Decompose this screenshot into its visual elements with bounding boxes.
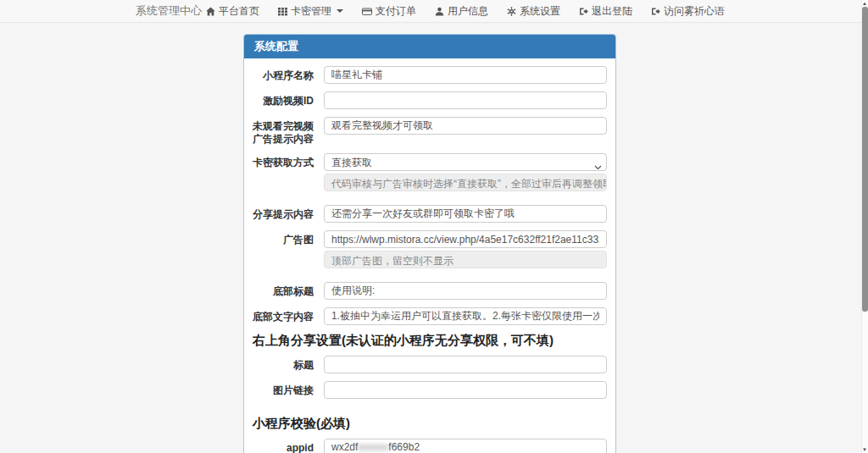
form-row: 分享提示内容 [253,205,607,223]
nav-item-label: 访问雾祈心语 [664,4,725,19]
form-row: 卡密获取方式 直接获取 代码审核与广告审核时选择“直接获取”，全部过审后再调整领… [253,153,607,191]
share-image-input[interactable] [324,381,607,399]
nav-item-label: 支付订单 [376,4,416,19]
appid-value-prefix: wx2df [331,441,358,453]
nav-item-label: 退出登陆 [592,4,632,19]
page-scrollbar[interactable]: ▲ ▼ [861,0,868,453]
scrollbar-thumb[interactable] [862,7,868,312]
card-mode-help-text: 代码审核与广告审核时选择“直接获取”，全部过审后再调整领取方式！ [324,174,607,191]
system-config-form: 小程序名称 激励视频ID 未观看完视频广告提示内容 卡密获取方式 直接获取 代码… [244,58,615,453]
form-row: 激励视频ID [253,91,607,109]
share-tip-input[interactable] [324,205,607,223]
credit-card-icon [362,7,372,16]
form-row: appid wx2dfxxxxxxf669b2 [253,439,607,453]
share-title-input[interactable] [324,356,607,373]
top-navbar: 系统管理中心 平台首页 卡密管理 支付订单 用户信息 系统设置 退出登陆 [0,0,868,23]
nav-item-logout[interactable]: 退出登陆 [579,4,632,19]
nav-item-label: 平台首页 [219,4,259,19]
nav-item-label: 系统设置 [520,4,560,19]
form-row: 底部标题 [253,282,607,300]
share-image-label: 图片链接 [253,381,314,399]
sign-out-icon [579,7,588,16]
form-row: 广告图 顶部广告图，留空则不显示 [253,230,607,268]
sign-out-icon [651,7,660,16]
form-row: 未观看完视频广告提示内容 [253,117,607,146]
mini-name-label: 小程序名称 [253,66,314,84]
appid-label: appid [253,439,314,453]
chevron-down-icon [337,9,343,13]
footer-title-label: 底部标题 [253,282,314,300]
form-row: 底部文字内容 [253,307,607,325]
nav-item-visit-site[interactable]: 访问雾祈心语 [651,4,725,19]
reward-video-id-input[interactable] [324,91,607,109]
scroll-down-icon[interactable]: ▼ [861,446,868,453]
home-icon [206,7,215,16]
appid-input[interactable]: wx2dfxxxxxxf669b2 [324,439,607,453]
footer-title-input[interactable] [324,282,607,300]
appid-value-hidden: xxxxxx [358,441,388,453]
nav-item-user-info[interactable]: 用户信息 [435,4,488,19]
nav-item-card-manage[interactable]: 卡密管理 [278,4,343,19]
appid-value-suffix: f669b2 [388,441,420,453]
nav-item-system-settings[interactable]: 系统设置 [507,4,560,19]
mini-name-input[interactable] [324,66,607,84]
scroll-up-icon[interactable]: ▲ [861,0,868,7]
nav-menu: 平台首页 卡密管理 支付订单 用户信息 系统设置 退出登陆 访问雾祈心语 [206,4,725,19]
ad-image-label: 广告图 [253,230,314,268]
nav-item-label: 用户信息 [448,4,488,19]
nav-item-platform-home[interactable]: 平台首页 [206,4,259,19]
form-row: 图片链接 [253,381,607,399]
unwatched-tip-input[interactable] [324,117,607,135]
footer-text-label: 底部文字内容 [253,307,314,325]
unwatched-tip-label: 未观看完视频广告提示内容 [253,117,314,146]
system-config-panel: 系统配置 小程序名称 激励视频ID 未观看完视频广告提示内容 卡密获取方式 直接… [243,34,616,453]
panel-title: 系统配置 [244,35,615,58]
grid-icon [278,7,287,16]
ad-image-input[interactable] [324,230,607,248]
footer-text-input[interactable] [324,307,607,325]
share-title-label: 标题 [253,356,314,373]
card-mode-select[interactable]: 直接获取 [324,153,607,171]
share-section-title: 右上角分享设置(未认证的小程序无分享权限，可不填) [253,333,607,349]
form-row: 标题 [253,356,607,373]
ad-image-help-text: 顶部广告图，留空则不显示 [324,251,607,268]
nav-item-pay-orders[interactable]: 支付订单 [362,4,416,19]
share-tip-label: 分享提示内容 [253,205,314,223]
reward-video-id-label: 激励视频ID [253,91,314,109]
verify-section-title: 小程序校验(必填) [253,416,607,432]
app-title: 系统管理中心 [136,3,202,19]
nav-item-label: 卡密管理 [291,4,331,19]
user-icon [435,7,444,16]
card-mode-label: 卡密获取方式 [253,153,314,191]
form-row: 小程序名称 [253,66,607,84]
gear-icon [507,7,516,16]
